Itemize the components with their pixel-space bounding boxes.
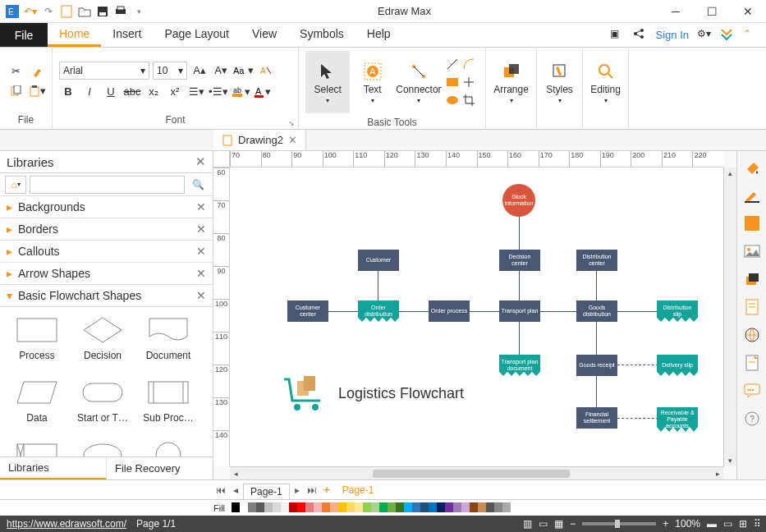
shape-ellipse[interactable] (72, 438, 133, 456)
grow-font-icon[interactable]: A▴ (190, 62, 209, 80)
close-panel-icon[interactable]: ✕ (195, 154, 206, 169)
color-swatch[interactable] (256, 502, 264, 512)
fit-page-icon[interactable]: ▬ (707, 518, 717, 530)
zoom-in-icon[interactable]: + (663, 518, 668, 530)
comment-icon[interactable]: ••• (742, 381, 762, 401)
node-dist-slip[interactable]: Distribution slip (657, 300, 698, 322)
scroll-up-icon[interactable]: ▴ (724, 167, 736, 179)
bold-icon[interactable]: B (59, 83, 77, 101)
file-tab[interactable]: File (0, 23, 48, 47)
gear-icon[interactable]: ⚙▾ (697, 28, 712, 43)
node-transport-plan[interactable]: Transport plan (499, 300, 540, 322)
copy-icon[interactable] (7, 82, 25, 100)
shape-fill-icon[interactable] (742, 213, 762, 233)
tab-page-layout[interactable]: Page Layout (153, 23, 241, 47)
color-swatch[interactable] (297, 502, 305, 512)
shape-process[interactable]: Process (7, 314, 67, 361)
share-icon[interactable] (633, 28, 648, 43)
color-swatch[interactable] (322, 502, 330, 512)
color-swatch[interactable] (363, 502, 371, 512)
node-order-dist[interactable]: Order distribution (358, 300, 399, 322)
scroll-right-icon[interactable]: ▸ (712, 468, 723, 479)
color-swatch[interactable] (355, 502, 363, 512)
cut-icon[interactable]: ✂ (7, 62, 25, 80)
node-stock[interactable]: Stock information (502, 184, 535, 217)
lib-cat-borders[interactable]: ▸Borders✕ (0, 218, 213, 241)
node-financial[interactable]: Financial settlement (576, 407, 617, 429)
color-swatch[interactable] (273, 502, 281, 512)
format-painter-icon[interactable] (28, 62, 46, 80)
shape-subprocess[interactable]: Sub Proc… (138, 376, 199, 424)
grid-icon[interactable]: ⊞ (739, 518, 747, 530)
tab-home[interactable]: Home (48, 23, 101, 47)
shape-terminator[interactable]: Start or T… (72, 376, 133, 424)
highlight-icon[interactable]: ab▾ (232, 83, 250, 101)
font-size-combo[interactable]: 10▾ (153, 62, 187, 80)
scroll-down-icon[interactable]: ▾ (724, 455, 736, 466)
fit-width-icon[interactable]: ▭ (723, 518, 732, 530)
library-search-button[interactable]: 🔍 (188, 176, 208, 194)
library-search-input[interactable] (30, 176, 185, 194)
node-delivery-slip[interactable]: Delivery slip (657, 355, 698, 376)
clear-format-icon[interactable]: A (257, 62, 275, 80)
crop-tool-icon[interactable] (462, 94, 475, 107)
qat-more-icon[interactable]: ▾ (131, 4, 146, 19)
add-page-icon[interactable]: ＋ (319, 483, 334, 497)
color-swatch[interactable] (429, 502, 437, 512)
color-swatch[interactable] (232, 502, 240, 512)
page-next-icon[interactable]: ▸ (290, 484, 305, 496)
tab-symbols[interactable]: Symbols (288, 23, 355, 47)
drawing-canvas[interactable]: Stock information Customer Decision cent… (230, 167, 723, 466)
color-swatch[interactable] (437, 502, 445, 512)
lib-cat-callouts[interactable]: ▸Callouts✕ (0, 241, 213, 263)
picture-icon[interactable] (742, 241, 762, 261)
color-swatch[interactable] (264, 502, 273, 512)
ellipse-tool-icon[interactable] (446, 95, 459, 105)
signin-link[interactable]: Sign In (656, 29, 689, 41)
tab-insert[interactable]: Insert (101, 23, 153, 47)
close-tab-icon[interactable]: ✕ (288, 134, 297, 146)
color-swatch[interactable] (404, 502, 412, 512)
color-swatch[interactable] (396, 502, 404, 512)
editing-button[interactable]: Editing ▾ (589, 51, 622, 113)
color-swatch[interactable] (445, 502, 453, 512)
new-icon[interactable] (59, 4, 74, 19)
color-swatch[interactable] (461, 502, 470, 512)
zoom-thumb[interactable] (615, 520, 620, 528)
color-swatch[interactable] (453, 502, 461, 512)
feedback-icon[interactable]: ▣ (610, 28, 625, 43)
collapse-ribbon-icon[interactable]: ⌃ (743, 28, 758, 43)
paste-icon[interactable]: ▾ (28, 82, 46, 100)
page-first-icon[interactable]: ⏮ (213, 484, 228, 496)
color-swatch[interactable] (281, 502, 289, 512)
color-swatch[interactable] (486, 502, 494, 512)
horizontal-scrollbar[interactable]: ◂ ▸ (230, 466, 723, 479)
view-normal-icon[interactable]: ▥ (523, 518, 532, 530)
strike-icon[interactable]: abc (123, 83, 141, 101)
tab-help[interactable]: Help (355, 23, 402, 47)
subscript-icon[interactable]: x₂ (144, 83, 163, 101)
library-home-button[interactable]: ⌂▾ (5, 176, 26, 194)
libraries-tab[interactable]: Libraries (0, 457, 106, 479)
document-tab[interactable]: Drawing2 ✕ (213, 130, 306, 150)
fill-tool-icon[interactable] (742, 158, 762, 177)
superscript-icon[interactable]: x² (166, 83, 184, 101)
node-customer[interactable]: Customer (358, 250, 399, 271)
line-spacing-icon[interactable]: ☰▾ (187, 83, 205, 101)
open-icon[interactable] (77, 4, 92, 19)
hyperlink-icon[interactable] (742, 325, 762, 345)
node-dist-center[interactable]: Distribution center (576, 250, 617, 271)
line-tool-icon[interactable] (446, 57, 459, 71)
color-swatch[interactable] (248, 502, 256, 512)
notes-icon[interactable] (742, 353, 762, 373)
color-swatch[interactable] (240, 502, 248, 512)
pen-tool-icon[interactable] (742, 186, 762, 205)
close-button[interactable]: ✕ (730, 0, 766, 23)
font-launcher-icon[interactable]: ↘ (288, 119, 295, 127)
layers-icon[interactable] (742, 269, 762, 289)
shape-document[interactable]: Document (138, 314, 199, 361)
color-swatch[interactable] (412, 502, 420, 512)
status-url[interactable]: https://www.edrawsoft.com/ (7, 518, 126, 530)
node-receivable[interactable]: Receivable & Payable accounts (657, 407, 698, 432)
file-recovery-tab[interactable]: File Recovery (106, 457, 213, 479)
